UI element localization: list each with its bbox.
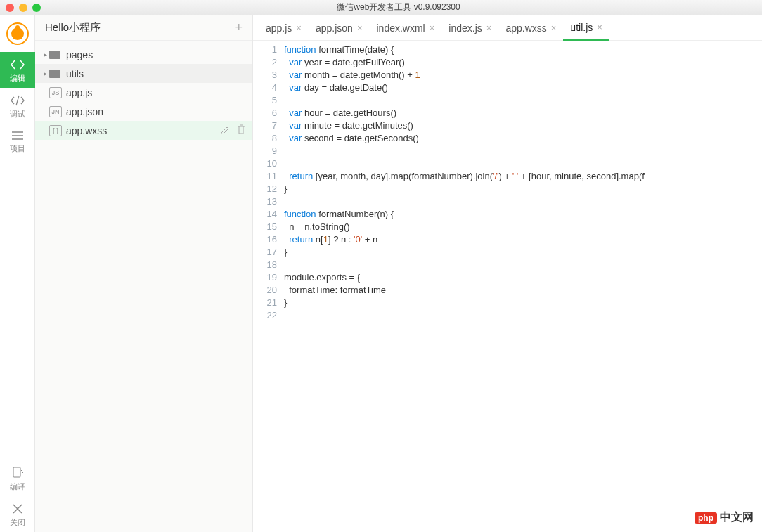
activity-label: 编辑 xyxy=(10,74,25,82)
trash-icon[interactable] xyxy=(237,124,245,136)
tab-label: util.js xyxy=(570,22,593,33)
watermark-text: 中文网 xyxy=(720,510,754,525)
activity-label: 编译 xyxy=(10,482,25,491)
editor-tab[interactable]: app.js× xyxy=(259,15,309,41)
editor-tab[interactable]: index.js× xyxy=(441,15,498,41)
close-icon xyxy=(12,503,23,514)
tab-close-icon[interactable]: × xyxy=(357,22,363,33)
editor-pane: app.js×app.json×index.wxml×index.js×app.… xyxy=(253,15,762,532)
tab-label: app.json xyxy=(316,22,353,34)
app-logo-icon xyxy=(6,22,29,45)
compile-icon xyxy=(11,466,24,479)
file-explorer: Hello小程序 + ▸pages▸utilsJSapp.jsJNapp.jso… xyxy=(35,15,253,532)
file-name: app.js xyxy=(66,87,92,98)
tab-close-icon[interactable]: × xyxy=(430,22,435,33)
file-tree: ▸pages▸utilsJSapp.jsJNapp.json{ }app.wxs… xyxy=(35,41,252,144)
activity-bar: 编辑 调试 项目 编译 关闭 xyxy=(0,15,35,532)
chevron-right-icon: ▸ xyxy=(41,70,49,77)
activity-label: 调试 xyxy=(10,110,25,118)
watermark: php 中文网 xyxy=(695,510,754,525)
watermark-badge: php xyxy=(695,512,717,524)
project-name: Hello小程序 xyxy=(45,21,101,34)
tree-file[interactable]: { }app.wxss xyxy=(35,121,252,140)
tab-label: app.js xyxy=(266,22,292,34)
debug-icon xyxy=(11,95,25,106)
activity-close[interactable]: 关闭 xyxy=(0,496,35,532)
file-name: app.wxss xyxy=(66,125,107,136)
code-content[interactable]: function formatTime(date) { var year = d… xyxy=(284,44,762,322)
tab-label: index.js xyxy=(448,22,482,34)
editor-tab[interactable]: index.wxml× xyxy=(369,15,441,41)
activity-debug[interactable]: 调试 xyxy=(0,88,35,124)
file-type-icon: { } xyxy=(49,125,62,136)
file-type-icon: JN xyxy=(49,106,62,117)
window-titlebar: 微信web开发者工具 v0.9.092300 xyxy=(0,0,762,15)
editor-tab[interactable]: app.wxss× xyxy=(498,15,563,41)
tree-file[interactable]: JSapp.js xyxy=(35,83,252,102)
close-window-icon[interactable] xyxy=(6,4,14,12)
editor-tab[interactable]: app.json× xyxy=(309,15,370,41)
code-editor[interactable]: 1 2 3 4 5 6 7 8 9 10 11 12 13 14 15 16 1… xyxy=(253,41,762,322)
activity-label: 项目 xyxy=(10,144,25,153)
menu-icon xyxy=(11,131,25,141)
activity-compile[interactable]: 编译 xyxy=(0,459,35,496)
svg-rect-0 xyxy=(13,467,20,477)
activity-edit[interactable]: 编辑 xyxy=(0,52,35,88)
window-title: 微信web开发者工具 v0.9.092300 xyxy=(41,1,756,13)
project-header: Hello小程序 + xyxy=(35,15,252,41)
file-name: utils xyxy=(66,68,84,79)
chevron-right-icon: ▸ xyxy=(41,51,49,58)
editor-tab[interactable]: util.js× xyxy=(563,15,609,41)
folder-icon xyxy=(49,70,60,78)
tab-label: index.wxml xyxy=(376,22,425,34)
line-gutter: 1 2 3 4 5 6 7 8 9 10 11 12 13 14 15 16 1… xyxy=(253,44,284,322)
tab-close-icon[interactable]: × xyxy=(597,22,602,32)
activity-project[interactable]: 项目 xyxy=(0,124,35,158)
file-name: app.json xyxy=(66,106,103,117)
tab-label: app.wxss xyxy=(505,22,546,34)
minimize-window-icon[interactable] xyxy=(19,4,27,12)
tab-close-icon[interactable]: × xyxy=(551,22,557,33)
zoom-window-icon[interactable] xyxy=(32,4,41,12)
tree-folder[interactable]: ▸pages xyxy=(35,45,252,64)
traffic-lights xyxy=(6,4,41,12)
tab-close-icon[interactable]: × xyxy=(486,22,492,33)
file-type-icon: JS xyxy=(49,87,62,98)
folder-icon xyxy=(49,51,60,59)
tab-close-icon[interactable]: × xyxy=(296,22,302,33)
code-icon xyxy=(11,59,25,70)
file-name: pages xyxy=(66,49,93,60)
tree-file[interactable]: JNapp.json xyxy=(35,102,252,121)
editor-tabbar: app.js×app.json×index.wxml×index.js×app.… xyxy=(253,15,762,41)
activity-label: 关闭 xyxy=(10,518,25,526)
edit-icon[interactable] xyxy=(220,124,230,136)
tree-folder[interactable]: ▸utils xyxy=(35,64,252,83)
add-file-button[interactable]: + xyxy=(235,20,243,35)
